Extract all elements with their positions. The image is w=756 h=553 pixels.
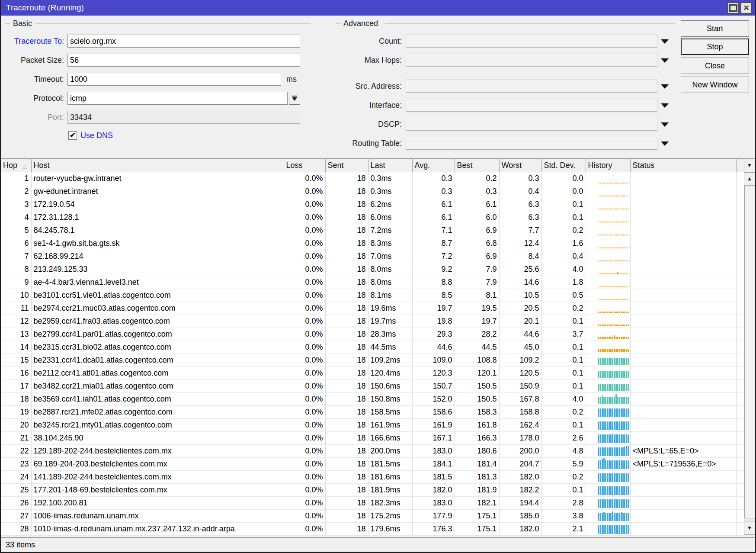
table-row[interactable]: 19be2887.rcr21.mfe02.atlas.cogentco.com0… (1, 406, 744, 419)
column-header-host[interactable]: Host (31, 159, 284, 172)
table-row[interactable]: 25177.201-148-69.bestelclientes.com.mx0.… (1, 484, 744, 497)
column-header-status[interactable]: Status (630, 159, 736, 172)
table-row[interactable]: 2gw-edunet.intranet0.0%180.3ms0.30.30.40… (1, 185, 744, 198)
new-window-button[interactable]: New Window (681, 77, 749, 93)
timeout-input[interactable] (67, 73, 281, 86)
scroll-up-button[interactable]: ▲ (744, 172, 755, 185)
worst-cell: 204.7 (499, 458, 541, 471)
table-row[interactable]: 18be3569.ccr41.iah01.atlas.cogentco.com0… (1, 393, 744, 406)
filler-cell (736, 471, 744, 484)
traceroute-to-input[interactable] (67, 35, 300, 48)
column-menu-button[interactable]: ▼ (744, 158, 755, 172)
host-cell: 84.245.78.1 (31, 224, 284, 237)
table-row[interactable]: 16be2112.ccr41.atl01.atlas.cogentco.com0… (1, 367, 744, 380)
sent-cell: 18 (325, 497, 368, 510)
column-header-std-dev[interactable]: Std. Dev. (541, 159, 586, 172)
status-cell (630, 328, 736, 341)
status-cell (630, 237, 736, 250)
stddev-cell: 0.4 (541, 250, 586, 263)
column-header-worst[interactable]: Worst (499, 159, 541, 172)
packet-size-input[interactable] (67, 54, 300, 67)
count-dropdown-arrow-icon[interactable] (661, 39, 669, 44)
column-header-last[interactable]: Last (368, 159, 412, 172)
worst-cell: 6.3 (499, 211, 541, 224)
table-row[interactable]: 10be3101.ccr51.vie01.atlas.cogentco.com0… (1, 289, 744, 302)
src-address-dropdown-arrow-icon[interactable] (661, 84, 669, 89)
table-row[interactable]: 6se1-4-1.gwb.sit.ba.gts.sk0.0%188.3ms8.7… (1, 237, 744, 250)
dscp-dropdown-arrow-icon[interactable] (661, 122, 669, 127)
table-row[interactable]: 271006-iimas.redunam.unam.mx0.0%18175.2m… (1, 510, 744, 523)
filler-cell (736, 250, 744, 263)
host-cell: be2799.ccr41.par01.atlas.cogentco.com (31, 328, 284, 341)
count-input[interactable] (406, 35, 657, 48)
table-row[interactable]: 4172.31.128.10.0%186.0ms6.16.06.30.1 (1, 211, 744, 224)
stop-button[interactable]: Stop (681, 39, 749, 55)
filler-cell (736, 458, 744, 471)
worst-cell: 14.6 (499, 276, 541, 289)
start-button[interactable]: Start (681, 20, 749, 37)
table-row[interactable]: 26192.100.200.810.0%18182.3ms183.0182.11… (1, 497, 744, 510)
src-address-input[interactable] (406, 80, 657, 93)
max-hops-input[interactable] (406, 54, 657, 67)
column-header-hop[interactable]: Hop△ (1, 159, 31, 172)
table-row[interactable]: 8213.249.125.330.0%188.0ms9.27.925.64.0 (1, 263, 744, 276)
loss-cell: 0.0% (284, 250, 325, 263)
routing-table-dropdown-arrow-icon[interactable] (661, 141, 669, 146)
status-cell (630, 406, 736, 419)
column-header-sent[interactable]: Sent (325, 159, 368, 172)
table-row[interactable]: 17be3482.ccr21.mia01.atlas.cogentco.com0… (1, 380, 744, 393)
worst-cell: 150.9 (499, 380, 541, 393)
interface-dropdown-arrow-icon[interactable] (661, 103, 669, 108)
column-header-loss[interactable]: Loss (284, 159, 325, 172)
worst-cell: 109.2 (499, 354, 541, 367)
vertical-scrollbar-thumb[interactable] (744, 185, 756, 518)
table-row[interactable]: 584.245.78.10.0%187.2ms7.16.97.70.2 (1, 224, 744, 237)
close-button[interactable]: Close (681, 58, 749, 74)
table-row[interactable]: 2369.189-204-203.bestelclientes.com.mx0.… (1, 458, 744, 471)
table-row[interactable]: 22129.189-202-244.bestelclientes.com.mx0… (1, 445, 744, 458)
hop-cell: 19 (1, 406, 31, 419)
table-row[interactable]: 24141.189-202-244.bestelclientes.com.mx0… (1, 471, 744, 484)
table-row[interactable]: 13be2799.ccr41.par01.atlas.cogentco.com0… (1, 328, 744, 341)
table-row[interactable]: 15be2331.ccr41.dca01.atlas.cogentco.com0… (1, 354, 744, 367)
best-cell: 181.4 (455, 458, 499, 471)
protocol-dropdown-button[interactable] (289, 92, 300, 105)
maximize-button[interactable] (727, 2, 739, 14)
close-window-button[interactable]: ✕ (740, 2, 752, 14)
history-cell (586, 250, 630, 263)
loss-cell: 0.0% (284, 523, 325, 536)
stddev-cell: 0.1 (541, 380, 586, 393)
column-header-avg[interactable]: Avg. (412, 159, 455, 172)
table-row[interactable]: 762.168.99.2140.0%187.0ms7.26.98.40.4 (1, 250, 744, 263)
routing-table-input[interactable] (406, 137, 657, 150)
status-cell (630, 393, 736, 406)
dscp-input[interactable] (406, 118, 657, 131)
avg-cell: 7.1 (412, 224, 455, 237)
scroll-down-button[interactable]: ▼ (744, 521, 755, 535)
window-titlebar[interactable]: Traceroute (Running) (0, 0, 756, 16)
use-dns-label[interactable]: Use DNS (80, 131, 113, 140)
vertical-scrollbar-track[interactable] (744, 185, 755, 521)
table-row[interactable]: 2138.104.245.900.0%18166.6ms167.1166.317… (1, 432, 744, 445)
table-row[interactable]: 14be2315.ccr31.bio02.atlas.cogentco.com0… (1, 341, 744, 354)
host-cell: be2959.ccr41.fra03.atlas.cogentco.com (31, 315, 284, 328)
table-row[interactable]: 20be3245.rcr21.mty01.atlas.cogentco.com0… (1, 419, 744, 432)
protocol-input[interactable] (67, 92, 288, 105)
table-row[interactable]: 1router-vyucba-gw.intranet0.0%180.3ms0.3… (1, 172, 744, 185)
table-row[interactable]: 3172.19.0.540.0%186.2ms6.16.16.30.1 (1, 198, 744, 211)
column-header-best[interactable]: Best (455, 159, 499, 172)
table-row[interactable]: 9ae-4-4.bar3.vienna1.level3.net0.0%188.0… (1, 276, 744, 289)
table-row[interactable]: 11be2974.ccr21.muc03.atlas.cogentco.com0… (1, 302, 744, 315)
max-hops-dropdown-arrow-icon[interactable] (661, 58, 669, 63)
column-header-filler (736, 159, 744, 172)
stddev-cell: 1.6 (541, 237, 586, 250)
column-header-history[interactable]: History (586, 159, 630, 172)
use-dns-checkbox[interactable]: ✔ (68, 131, 77, 140)
hop-cell: 16 (1, 367, 31, 380)
table-row[interactable]: 281010-iimas-d.redunam.unam.mx.237.247.1… (1, 523, 744, 536)
src-address-label: Src. Address: (303, 80, 402, 93)
interface-input[interactable] (406, 99, 657, 112)
history-sparkline (598, 196, 629, 196)
hop-cell: 24 (1, 471, 31, 484)
table-row[interactable]: 12be2959.ccr41.fra03.atlas.cogentco.com0… (1, 315, 744, 328)
